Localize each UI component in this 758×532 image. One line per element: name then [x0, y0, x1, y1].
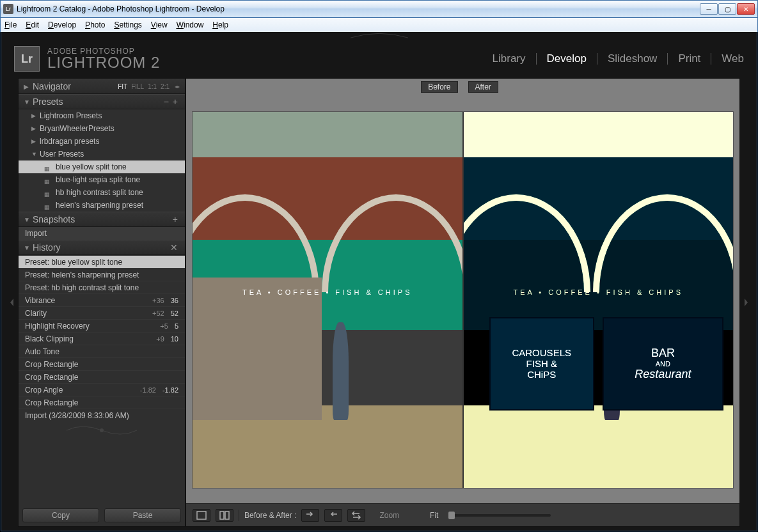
menubar: FileEditDevelopPhotoSettingsViewWindowHe…: [0, 18, 758, 32]
presets-minus-button[interactable]: −: [162, 97, 171, 107]
chevron-down-icon: ▼: [24, 98, 29, 106]
before-photo: TEA • COFFEE • FISH & CHIPS: [193, 112, 462, 488]
presets-panel-header[interactable]: ▼ Presets − +: [19, 94, 185, 109]
module-develop[interactable]: Develop: [547, 52, 587, 65]
copy-after-to-before-button[interactable]: [347, 509, 365, 522]
navigator-panel-header[interactable]: ▶ Navigator FITFILL1:12:1◂▸: [19, 79, 185, 94]
before-label: Before: [421, 81, 457, 93]
develop-toolbar: Before & After : Zoom Fit: [186, 503, 739, 526]
preset-item[interactable]: blue-light sepia split tone: [19, 173, 185, 186]
compare-view-button[interactable]: [216, 509, 233, 522]
paste-button[interactable]: Paste: [104, 508, 181, 522]
presets-plus-button[interactable]: +: [171, 97, 180, 107]
nav-zoom-stepper-icon[interactable]: ◂▸: [175, 84, 180, 90]
preset-icon: [44, 176, 52, 183]
preset-item[interactable]: helen's sharpening preset: [19, 199, 185, 212]
preset-icon: [44, 164, 52, 170]
nav-zoom-FIT[interactable]: FIT: [118, 83, 127, 90]
history-step[interactable]: Import (3/28/2009 8:33:06 AM): [19, 409, 185, 421]
before-after-label: Before & After :: [244, 511, 296, 520]
before-after-stage[interactable]: TEA • COFFEE • FISH & CHIPS TEA • COFFEE…: [193, 112, 733, 488]
after-label: After: [468, 81, 498, 93]
preset-folder[interactable]: ▶BryanWheelerPresets: [19, 122, 185, 135]
chevron-right-icon: ▶: [31, 138, 38, 145]
photo-sign-carousels: CAROUSELSFISH &CHiPS: [491, 318, 593, 409]
nav-zoom-1-1[interactable]: 1:1: [148, 83, 157, 90]
history-step[interactable]: Preset: blue yellow split tone: [19, 255, 185, 268]
history-step[interactable]: Auto Tone: [19, 345, 185, 357]
history-title: History: [33, 242, 61, 253]
svg-rect-1: [197, 512, 206, 519]
window-maximize-button[interactable]: ▢: [718, 3, 736, 15]
history-step[interactable]: Preset: helen's sharpening preset: [19, 268, 185, 281]
module-library[interactable]: Library: [493, 52, 526, 65]
menu-view[interactable]: View: [151, 20, 168, 29]
zoom-slider-thumb[interactable]: [448, 512, 455, 519]
snapshots-title: Snapshots: [33, 214, 75, 224]
window-titlebar: Lr Lightroom 2 Catalog - Adobe Photoshop…: [0, 0, 758, 18]
window-minimize-button[interactable]: ─: [700, 3, 718, 15]
svg-rect-2: [220, 512, 224, 519]
snapshots-panel-header[interactable]: ▼ Snapshots +: [19, 212, 185, 227]
chevron-down-icon: ▼: [31, 151, 38, 157]
module-print[interactable]: Print: [678, 52, 700, 65]
history-step[interactable]: Crop Angle-1.82-1.82: [19, 383, 185, 396]
preset-folder[interactable]: ▶lrbdragan presets: [19, 135, 185, 148]
menu-edit[interactable]: Edit: [26, 20, 39, 29]
history-step[interactable]: Crop Rectangle: [19, 357, 185, 370]
snapshot-item[interactable]: Import: [19, 227, 185, 240]
snapshots-plus-button[interactable]: +: [171, 214, 180, 224]
history-list: Preset: blue yellow split tonePreset: he…: [19, 255, 185, 421]
menu-window[interactable]: Window: [177, 20, 204, 29]
copy-before-to-after-button[interactable]: [324, 509, 342, 522]
preset-item[interactable]: hb high contrast split tone: [19, 186, 185, 199]
chevron-down-icon: ▼: [24, 244, 29, 251]
left-collapse-handle[interactable]: [5, 78, 18, 527]
history-step[interactable]: Clarity+5252: [19, 306, 185, 319]
menu-photo[interactable]: Photo: [85, 20, 105, 29]
left-panel: ▶ Navigator FITFILL1:12:1◂▸ ▼ Presets − …: [18, 78, 186, 527]
chevron-right-icon: ▶: [31, 125, 38, 132]
nav-zoom-2-1[interactable]: 2:1: [161, 83, 170, 90]
after-photo: TEA • COFFEE • FISH & CHIPS CAROUSELSFIS…: [462, 112, 734, 488]
photo-sign-bar: BARANDRestaurant: [604, 318, 722, 409]
chevron-right-icon: ▶: [31, 113, 38, 119]
history-step[interactable]: Highlight Recovery+55: [19, 319, 185, 332]
right-collapse-handle[interactable]: [740, 78, 753, 527]
preset-folder[interactable]: ▼User Presets: [19, 148, 185, 160]
loupe-view-button[interactable]: [193, 509, 210, 522]
module-web[interactable]: Web: [722, 52, 744, 65]
history-step[interactable]: Black Clipping+910: [19, 332, 185, 345]
module-slideshow[interactable]: Slideshow: [608, 52, 658, 65]
top-ornament: [1, 32, 757, 38]
photo-text-storefront: TEA • COFFEE • FISH & CHIPS: [464, 288, 734, 296]
svg-rect-3: [225, 512, 229, 519]
presets-title: Presets: [33, 97, 63, 107]
chevron-right-icon: ▶: [24, 83, 29, 90]
navigator-zoom-options: FITFILL1:12:1◂▸: [118, 83, 180, 90]
menu-file[interactable]: File: [4, 20, 17, 29]
zoom-slider[interactable]: [448, 514, 551, 517]
chevron-down-icon: ▼: [24, 216, 29, 223]
menu-develop[interactable]: Develop: [48, 20, 76, 29]
history-step[interactable]: Crop Rectangle: [19, 396, 185, 409]
image-viewport: Before After TEA • COFFEE • FISH & CHIPS: [186, 78, 740, 527]
lightroom-logo-icon: Lr: [14, 46, 40, 72]
history-step[interactable]: Preset: hb high contrast split tone: [19, 281, 185, 293]
preset-icon: [44, 202, 52, 208]
nav-zoom-FILL[interactable]: FILL: [131, 83, 144, 90]
window-close-button[interactable]: ✕: [737, 3, 755, 15]
zoom-fit-label[interactable]: Fit: [430, 511, 438, 520]
preset-item[interactable]: blue yellow split tone: [19, 160, 185, 173]
history-clear-button[interactable]: ✕: [168, 242, 180, 253]
history-panel-header[interactable]: ▼ History ✕: [19, 240, 185, 255]
copy-button[interactable]: Copy: [22, 508, 99, 522]
menu-help[interactable]: Help: [212, 20, 228, 29]
history-step[interactable]: Vibrance+3636: [19, 293, 185, 306]
history-step[interactable]: Crop Rectangle: [19, 370, 185, 383]
preset-folder[interactable]: ▶Lightroom Presets: [19, 109, 185, 122]
menu-settings[interactable]: Settings: [114, 20, 141, 29]
presets-tree: ▶Lightroom Presets▶BryanWheelerPresets▶l…: [19, 109, 185, 212]
identity-plate: Lr ADOBE PHOTOSHOP LIGHTROOM 2: [14, 46, 160, 72]
swap-before-after-button[interactable]: [301, 509, 319, 522]
